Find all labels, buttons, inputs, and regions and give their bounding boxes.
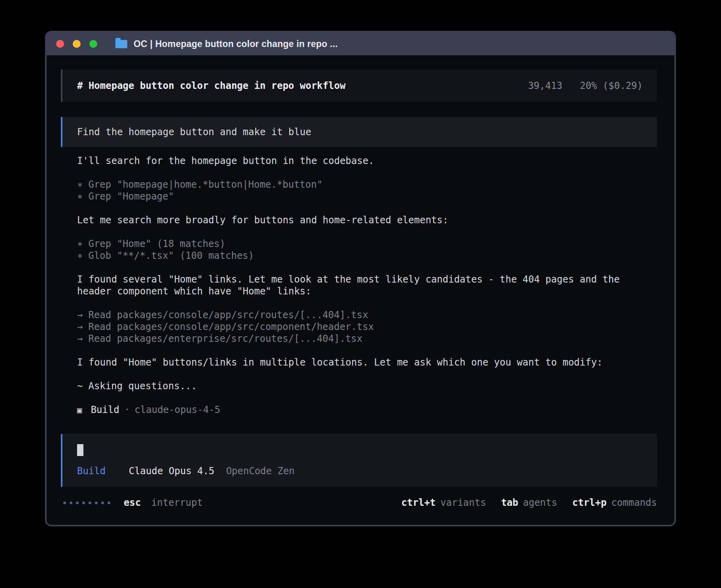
asterisk-icon: ∗ [77,250,83,261]
status-line: ~Asking questions... [77,380,657,392]
tool-text: Glob "**/*.tsx" (100 matches) [88,250,254,261]
minimize-button[interactable] [73,40,81,48]
spinner-dot [101,501,104,504]
blank-line [77,392,657,404]
spinner-dot [89,501,91,504]
assistant-paragraph: I'll search for the homepage button in t… [77,155,657,167]
prompt-input[interactable]: Build Claude Opus 4.5 OpenCode Zen [61,434,657,487]
tool-line: →Read packages/enterprise/src/routes/[..… [77,333,657,345]
key-hint-interrupt: esc interrupt [124,497,203,508]
text-text: Let me search more broadly for buttons a… [77,215,448,226]
session-meta: 39,413 20% ($0.29) [528,80,643,91]
arrow-icon: → [77,333,83,344]
assistant-paragraph: I found "Home" buttons/links in multiple… [77,356,657,368]
traffic-lights [56,40,97,48]
spinner [63,501,110,504]
agent-model: claude-opus-4-5 [134,404,220,415]
hint-label: interrupt [151,497,203,508]
asterisk-icon: ∗ [77,191,83,202]
tool-line: ∗Grep "Homepage" [77,190,657,202]
statusbar: esc interrupt ctrl+tvariantstabagentsctr… [61,497,657,508]
tool-line: →Read packages/console/app/src/component… [77,321,657,333]
spinner-dot [70,501,72,504]
statusbar-left: esc interrupt [63,497,203,508]
terminal-body: # Homepage button color change in repo w… [47,55,674,508]
status-text: Asking questions... [88,381,197,392]
key-hint: tabagents [501,497,557,508]
assistant-paragraph: I found several "Home" links. Let me loo… [77,273,657,297]
session-title: # Homepage button color change in repo w… [77,80,345,91]
blank-line [77,226,657,238]
blank-line [77,297,657,309]
model-label: Claude Opus 4.5 [129,466,215,477]
spinner-dot [95,501,98,504]
session-header: # Homepage button color change in repo w… [61,70,657,102]
agent-line: ▣Build·claude-opus-4-5 [77,404,657,416]
zoom-button[interactable] [89,40,97,48]
assistant-paragraph: Let me search more broadly for buttons a… [77,214,657,226]
agent-name: Build [91,404,119,415]
text-text: I found "Home" buttons/links in multiple… [77,357,602,368]
blank-line [77,167,657,179]
spinner-dot [76,501,79,504]
agent-icon: ▣ [77,405,82,415]
tool-line: ∗Grep "Home" (18 matches) [77,238,657,250]
user-message-text: Find the homepage button and make it blu… [77,126,311,138]
spinner-dot [82,501,85,504]
context-usage: 20% ($0.29) [580,80,643,91]
tool-text: Grep "Home" (18 matches) [88,238,225,249]
text-cursor [77,444,83,456]
spinner-dot [108,501,110,504]
key-hint: ctrl+tvariants [401,497,486,508]
key-label: tab [501,497,518,508]
key-label: esc [124,497,141,508]
folder-icon [115,40,127,48]
close-button[interactable] [56,40,64,48]
hint-label: agents [523,497,557,508]
hint-label: variants [440,497,486,508]
agent-mode-label: Build [77,466,106,477]
arrow-icon: → [77,321,83,332]
asterisk-icon: ∗ [77,179,83,190]
spinner-dot [63,501,66,504]
input-mode-row: Build Claude Opus 4.5 OpenCode Zen [77,466,643,477]
text-text: I found several "Home" links. Let me loo… [77,274,620,297]
terminal-window: OC | Homepage button color change in rep… [45,31,676,526]
tool-text: Read packages/enterprise/src/routes/[...… [88,333,362,344]
key-hint: ctrl+pcommands [572,497,657,508]
conversation: I'll search for the homepage button in t… [61,155,657,416]
hint-label: commands [611,497,657,508]
blank-line [77,262,657,273]
text-text: I'll search for the homepage button in t… [77,155,374,166]
provider-label: OpenCode Zen [226,466,294,477]
blank-line [77,202,657,214]
tilde-icon: ~ [77,381,83,392]
tool-text: Read packages/console/app/src/component/… [88,321,374,332]
tool-line: ∗Grep "homepage|home.*button|Home.*butto… [77,179,657,190]
tool-text: Grep "Homepage" [88,191,174,202]
tool-text: Read packages/console/app/src/routes/[..… [88,309,368,320]
window-title: OC | Homepage button color change in rep… [134,39,338,49]
arrow-icon: → [77,309,83,320]
key-label: ctrl+t [401,497,436,508]
tool-line: ∗Glob "**/*.tsx" (100 matches) [77,250,657,262]
key-label: ctrl+p [572,497,607,508]
user-message: Find the homepage button and make it blu… [61,117,657,147]
asterisk-icon: ∗ [77,238,83,249]
blank-line [77,345,657,356]
token-count: 39,413 [528,80,562,91]
titlebar[interactable]: OC | Homepage button color change in rep… [47,32,674,55]
separator: · [124,404,130,415]
tool-line: →Read packages/console/app/src/routes/[.… [77,309,657,321]
tool-text: Grep "homepage|home.*button|Home.*button… [88,179,322,190]
blank-line [77,368,657,380]
statusbar-right: ctrl+tvariantstabagentsctrl+pcommands [401,497,657,508]
